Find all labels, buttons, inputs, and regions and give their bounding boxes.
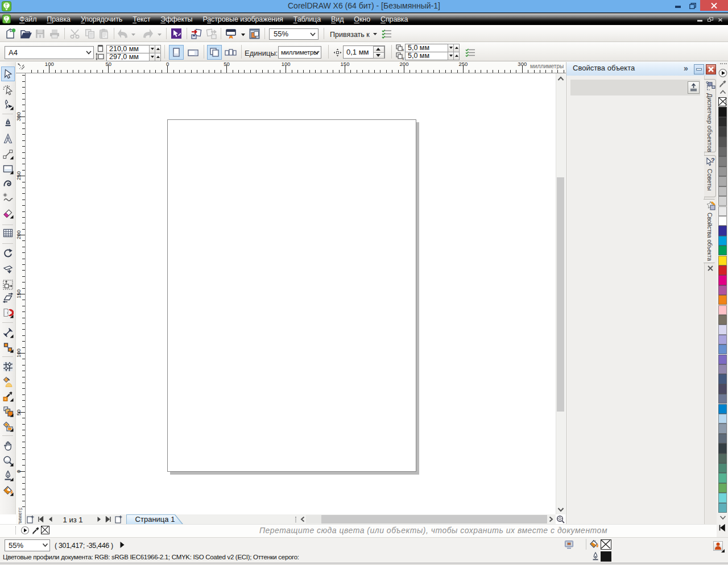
svg-text:y: y bbox=[402, 56, 404, 60]
svg-text:x: x bbox=[402, 48, 404, 52]
svg-text:?: ? bbox=[711, 157, 715, 164]
